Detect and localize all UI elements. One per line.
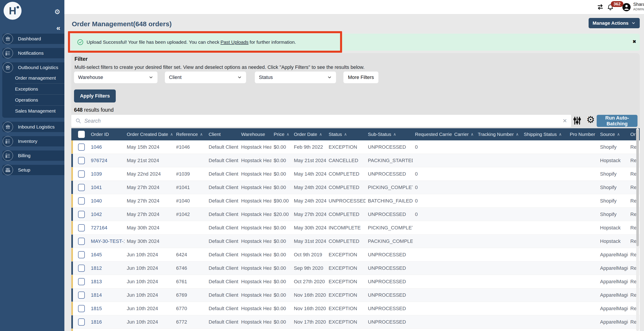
sort-caret-icon[interactable]: ∧ bbox=[559, 132, 562, 137]
sidebar-item-outbound-logistics[interactable]: Outbound Logistics bbox=[2, 62, 64, 73]
row-checkbox[interactable] bbox=[78, 184, 85, 191]
order-id-link[interactable]: 1813 bbox=[88, 275, 124, 288]
order-id-link[interactable]: 1042 bbox=[88, 208, 124, 221]
row-checkbox[interactable] bbox=[78, 170, 85, 178]
hopstack-logo[interactable]: H bbox=[4, 2, 22, 20]
past-uploads-link[interactable]: Past Uploads bbox=[220, 40, 248, 45]
row-checkbox[interactable] bbox=[78, 264, 85, 272]
order-id-link[interactable]: 1812 bbox=[88, 262, 124, 275]
row-checkbox[interactable] bbox=[78, 211, 85, 218]
sidebar-item-exceptions[interactable]: Exceptions bbox=[2, 84, 64, 94]
row-checkbox[interactable] bbox=[78, 292, 85, 299]
table-row-partial bbox=[71, 329, 640, 331]
sidebar-item-inbound-logistics[interactable]: Inbound Logistics bbox=[2, 122, 64, 132]
column-header-client[interactable]: Client bbox=[206, 128, 239, 140]
sort-caret-icon[interactable]: ∧ bbox=[470, 132, 474, 137]
column-header-sub-status[interactable]: Sub-Status∧ bbox=[366, 128, 413, 140]
table-cell bbox=[568, 288, 598, 302]
column-header-pro-number[interactable]: Pro Number∧ bbox=[568, 128, 598, 140]
close-icon[interactable]: ✖ bbox=[632, 39, 636, 44]
column-header-price[interactable]: Price∧ bbox=[272, 128, 292, 140]
sort-caret-icon[interactable]: ∧ bbox=[286, 132, 289, 137]
run-auto-batching-button[interactable]: Run Auto-Batching bbox=[597, 115, 638, 127]
client-dropdown[interactable]: Client bbox=[165, 72, 246, 83]
sort-caret-icon[interactable]: ∧ bbox=[170, 132, 173, 137]
sidebar-item-inventory[interactable]: Inventory bbox=[2, 136, 64, 146]
order-id-link[interactable]: 1815 bbox=[88, 302, 124, 315]
warehouse-dropdown[interactable]: Warehouse bbox=[74, 72, 158, 83]
user-name[interactable]: Sharath bbox=[633, 2, 644, 7]
row-checkbox[interactable] bbox=[78, 144, 85, 151]
row-checkbox[interactable] bbox=[78, 157, 85, 164]
sidebar-item-notifications[interactable]: Notifications bbox=[2, 48, 64, 58]
table-row: MAY-30-TEST-1May 30th 2024Default Client… bbox=[71, 234, 640, 248]
chevron-down-icon bbox=[237, 75, 242, 80]
row-status-strip bbox=[71, 167, 73, 180]
sort-caret-icon[interactable]: ∧ bbox=[617, 132, 620, 137]
settings-gear-icon[interactable]: ⚙ bbox=[586, 115, 595, 124]
select-all-checkbox[interactable] bbox=[78, 131, 85, 138]
table-cell bbox=[568, 140, 598, 154]
order-id-link[interactable]: 976724 bbox=[88, 154, 124, 167]
table-cell: Default Client bbox=[206, 315, 239, 328]
row-checkbox[interactable] bbox=[78, 305, 85, 312]
collapse-sidebar-icon[interactable]: « bbox=[56, 24, 60, 32]
row-checkbox[interactable] bbox=[78, 318, 85, 326]
order-id-link[interactable]: 1039 bbox=[88, 167, 124, 180]
sidebar: H ⚙ « Dashboard Notifications Outbound L… bbox=[0, 0, 64, 331]
row-checkbox[interactable] bbox=[78, 238, 85, 245]
sidebar-item-setup[interactable]: Setup bbox=[2, 165, 64, 175]
column-header-shipping-status[interactable]: Shipping Status∧ bbox=[522, 128, 568, 140]
column-header-warehouse[interactable]: Warehouse bbox=[239, 128, 272, 140]
order-id-link[interactable]: 1814 bbox=[88, 288, 124, 302]
table-cell: Default Client bbox=[206, 140, 239, 154]
order-id-link[interactable]: 1041 bbox=[88, 181, 124, 194]
column-header-status[interactable]: Status∧ bbox=[326, 128, 366, 140]
row-checkbox[interactable] bbox=[78, 224, 85, 232]
row-checkbox[interactable] bbox=[78, 197, 85, 204]
sort-caret-icon[interactable]: ∧ bbox=[516, 132, 518, 137]
order-id-link[interactable]: MAY-30-TEST-1 bbox=[88, 234, 124, 248]
column-header-order-id[interactable]: Order ID bbox=[88, 128, 124, 140]
column-header-requested-carrier[interactable]: Requested Carrier bbox=[413, 128, 452, 140]
vertical-scrollbar[interactable] bbox=[636, 128, 639, 331]
table-cell: $90.00 bbox=[272, 194, 292, 208]
sliders-icon[interactable] bbox=[572, 116, 582, 125]
clear-search-icon[interactable]: ✕ bbox=[562, 118, 567, 124]
table-row: 1039May 22nd 2024#1039Default ClientHops… bbox=[71, 167, 640, 181]
sort-caret-icon[interactable]: ∧ bbox=[319, 132, 322, 137]
avatar-icon[interactable] bbox=[622, 3, 631, 12]
order-id-link[interactable]: 1040 bbox=[88, 194, 124, 208]
column-header-reference[interactable]: Reference∧ bbox=[174, 128, 206, 140]
notification-badge[interactable]: 362 bbox=[611, 1, 623, 7]
column-header-order-date[interactable]: Order Date∧ bbox=[292, 128, 326, 140]
status-dropdown[interactable]: Status bbox=[255, 72, 336, 83]
sort-caret-icon[interactable]: ∧ bbox=[393, 132, 396, 137]
row-checkbox-cell bbox=[71, 140, 88, 154]
scrollbar-thumb[interactable] bbox=[636, 130, 639, 246]
gear-icon[interactable]: ⚙ bbox=[54, 8, 60, 15]
sort-caret-icon[interactable]: ∧ bbox=[200, 132, 203, 137]
order-id-link[interactable]: 1645 bbox=[88, 248, 124, 261]
column-header-source[interactable]: Source∧ bbox=[598, 128, 628, 140]
sidebar-item-operations[interactable]: Operations bbox=[2, 95, 64, 106]
column-header-order-created-date[interactable]: Order Created Date∧ bbox=[124, 128, 174, 140]
swap-arrows-icon[interactable] bbox=[596, 3, 604, 11]
row-checkbox[interactable] bbox=[78, 251, 85, 258]
more-filters-button[interactable]: More Filters bbox=[344, 72, 378, 83]
search-input[interactable] bbox=[84, 118, 562, 124]
sidebar-item-dashboard[interactable]: Dashboard bbox=[2, 34, 64, 44]
apply-filters-button[interactable]: Apply Filters bbox=[74, 90, 116, 102]
column-header-carrier[interactable]: Carrier∧ bbox=[452, 128, 476, 140]
row-checkbox[interactable] bbox=[78, 278, 85, 285]
manage-actions-button[interactable]: Manage Actions bbox=[588, 18, 640, 28]
package-icon bbox=[3, 34, 13, 44]
order-id-link[interactable]: 727164 bbox=[88, 221, 124, 234]
sidebar-item-sales-management[interactable]: Sales Management bbox=[2, 106, 64, 116]
sidebar-item-order-management[interactable]: Order management bbox=[2, 73, 64, 84]
sort-caret-icon[interactable]: ∧ bbox=[344, 132, 347, 137]
order-id-link[interactable]: 1046 bbox=[88, 140, 124, 154]
order-id-link[interactable]: 1816 bbox=[88, 315, 124, 328]
column-header-tracking-number[interactable]: Tracking Number∧ bbox=[476, 128, 522, 140]
sidebar-item-billing[interactable]: Billing bbox=[2, 150, 64, 161]
